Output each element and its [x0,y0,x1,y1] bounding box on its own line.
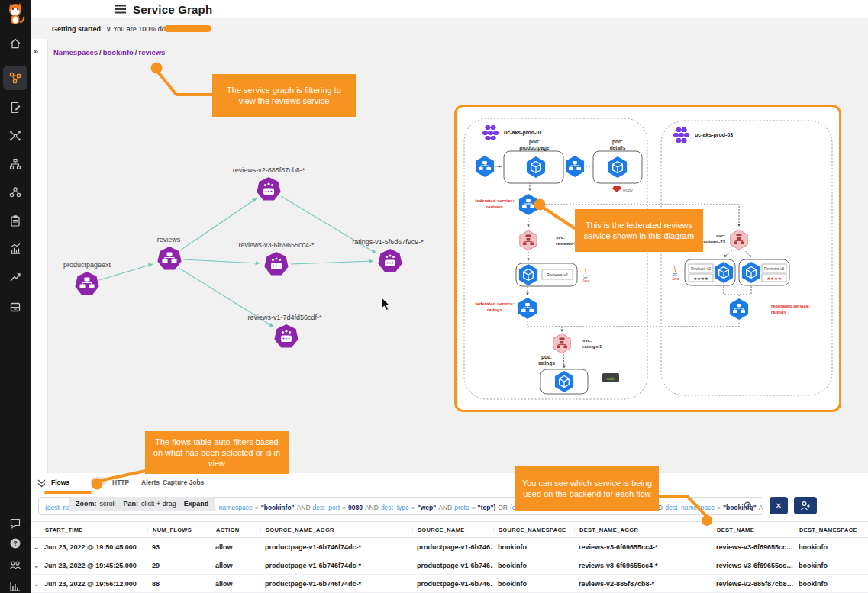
tab-capture-jobs[interactable]: Capture Jobs [163,479,204,486]
hamburger-menu-icon[interactable] [115,5,126,14]
tab-http[interactable]: HTTP [112,479,129,486]
col-header-source_namespace[interactable]: SOURCE_NAMESPACE [493,527,574,533]
users-icon[interactable] [9,559,21,571]
table-row[interactable]: ⌄Jun 23, 2022 @ 19:45:25.00029allowprodu… [31,556,868,575]
pod-ratings-label: ratings [538,360,555,366]
tab-flows[interactable]: Flows 20 [51,479,69,486]
svc-reviews-23-label: svc: [716,234,725,238]
graph-node-reviews-v1[interactable] [274,324,298,347]
filter-token: "tcp") [478,504,496,511]
graph-node-reviews-v2[interactable] [257,177,280,200]
col-header-dest_name_aggr[interactable]: DEST_NAME_AGGR [574,527,712,533]
app-window: ? Service Graph Getting started ∨ You ar… [0,0,868,593]
col-header-dest_name[interactable]: DEST_NAME [712,527,794,533]
table-row[interactable]: ⌄Jun 23, 2022 @ 19:50:45.00093allowprodu… [31,538,868,556]
graph-node-productpageext[interactable] [75,272,98,295]
svc-ratings-1-label: svc: [582,338,592,343]
col-header-source_name_aggr[interactable]: SOURCE_NAME_AGGR [260,527,412,533]
table-cell: productpage-v1-6b746f74dc-* [260,543,412,551]
filter-token: proto [454,504,469,511]
svc-reviews-23-hex-icon [731,230,747,250]
user-plus-icon [800,501,811,511]
java-label: Java [672,277,679,281]
graph-node-reviews-v3[interactable] [264,252,288,275]
pod-ratings-label: pod: [541,354,552,360]
table-cell: Jun 23, 2022 @ 19:56:12.000 [40,580,147,588]
user-filter-button[interactable] [794,497,817,514]
getting-started-dropdown[interactable]: Getting started [52,25,101,33]
help-icon[interactable]: ? [9,537,21,549]
row-expand-icon[interactable]: ⌄ [31,543,40,551]
pan-hint-label: Pan: [124,500,139,508]
endpoints-icon[interactable] [9,158,21,170]
cluster-icon [482,125,499,140]
table-cell: bookinfo [493,543,574,551]
table-row[interactable]: ⌄Jun 23, 2022 @ 19:56:12.00088allowprodu… [31,575,868,593]
cluster-icon [673,127,690,143]
network-sets-icon[interactable] [9,130,21,142]
filter-token: dest_namespace [665,504,715,511]
usage-metrics-icon[interactable] [9,580,21,592]
service-graph-icon[interactable] [9,72,21,84]
federated-ratings-hex-icon [518,298,537,319]
federated-reviews-hex-icon[interactable] [519,194,537,215]
row-expand-icon[interactable]: ⌄ [31,562,40,569]
ruby-logo: Ruby [612,186,633,192]
callout-backend-service: You can see which service is being used … [515,466,659,511]
graph-node-label: reviews-v2-885f87cb8-* [233,166,305,174]
service-graph-canvas[interactable]: » Namespaces/bookinfo/reviews [31,39,868,473]
policies-icon[interactable] [9,102,21,114]
graph-node-label: productpageext [63,261,111,269]
col-header-dest_namespace[interactable]: DEST_NAMESPACE [794,527,868,533]
home-icon[interactable] [9,37,21,50]
filter-token: 9080 [348,504,363,511]
graph-node-label: reviews-v3-6f69655cc4-* [238,241,315,249]
compliance-icon[interactable] [9,214,21,227]
zoom-hint-label: Zoom: [76,500,97,508]
pan-hint-value: click + drag [141,500,176,508]
federated-ratings-right-hex-icon [730,298,748,320]
tigera-logo[interactable] [5,2,26,25]
table-cell: reviews-v3-6f69655cc… [712,562,794,569]
federated-reviews-label: federated service: [475,198,514,203]
federated-ratings-label: ratings [771,310,787,314]
table-cell: allow [211,543,260,551]
svc-reviews-1-label: svc: [556,235,565,240]
getting-started-bar: Getting started ∨ You are 100% done [31,18,868,40]
svc-ratings-1-hex-icon [553,334,570,353]
table-cell: Jun 23, 2022 @ 19:50:45.000 [40,543,147,551]
federated-ratings-label: ratings [487,308,503,312]
service-hex-icon [476,156,494,177]
table-cell: reviews-v3-6f69655cc4-* [574,543,712,551]
search-icon[interactable] [744,501,753,511]
clear-filter-button[interactable]: ✕ [770,497,788,514]
trends-icon[interactable] [9,271,21,283]
reviews-v1-label: Reviews-v1 [547,272,568,277]
collapse-panel-double-chevron-icon[interactable] [37,479,47,488]
graph-node-ratings-v1[interactable] [378,249,402,272]
reviews-v2-label: Reviews-v2 [691,266,711,271]
filter-token: AND [438,504,452,511]
col-header-source_name[interactable]: SOURCE_NAME [412,527,493,533]
row-expand-icon[interactable]: ⌄ [31,580,40,588]
tab-alerts[interactable]: Alerts [141,479,160,486]
federated-reviews-label: reviews [486,205,504,209]
clusters-icon[interactable] [9,186,21,198]
filter-token: "wep" [418,504,437,511]
col-header-start_time[interactable]: START_TIME [40,527,147,533]
java-logo: Java [582,269,590,283]
ruby-label: Ruby [623,188,633,192]
left-nav-sidebar: ? [0,0,31,593]
col-header-num_flows[interactable]: NUM_FLOWS [147,527,211,533]
reviews-v3-label: Reviews-v3 [764,266,784,271]
graph-node-reviews[interactable] [157,247,181,269]
col-header-action[interactable]: ACTION [211,527,260,533]
pod-productpage-label: pod: [529,139,540,145]
flows-table: START_TIMENUM_FLOWSACTIONSOURCE_NAME_AGG… [31,521,868,593]
nodejs-label: node [606,376,615,381]
chevron-down-icon[interactable]: ∨ [106,25,111,33]
activity-icon[interactable] [9,243,21,255]
black-stars: ★★★★ [693,276,708,281]
archive-icon[interactable] [9,301,21,313]
chat-icon[interactable] [9,517,21,530]
